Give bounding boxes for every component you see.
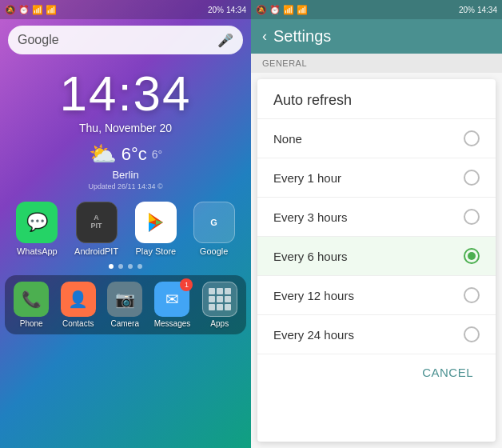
phone-dock-icon[interactable]: 📞 Phone <box>14 282 49 328</box>
bottom-dock: 📞 Phone 👤 Contacts 📷 Camera ✉ 1 Messages <box>5 275 246 334</box>
grid-icon <box>204 283 236 315</box>
google-logo: Google <box>18 33 59 47</box>
apps-label: Apps <box>210 319 229 328</box>
option-1hour-label: Every 1 hour <box>273 171 341 185</box>
option-3hours-label: Every 3 hours <box>273 210 348 224</box>
option-12hours[interactable]: Every 12 hours <box>257 275 496 314</box>
clock-date: Thu, November 20 <box>0 122 251 134</box>
settings-header: ‹ Settings <box>251 19 502 54</box>
app-icons-row: 💬 WhatsApp APIT AndroidPIT Play Store <box>0 190 251 261</box>
dialog-footer: Cancel <box>257 354 496 390</box>
right-alarm-icon: ⏰ <box>269 5 281 15</box>
general-section-label: GENERAL <box>251 54 502 73</box>
cloud-icon: ⛅ <box>89 141 117 167</box>
auto-refresh-dialog: Auto refresh None Every 1 hour Every 3 h… <box>257 79 496 442</box>
settings-screen: 🔕 ⏰ 📶 📶 20% 14:34 ‹ Settings GENERAL Aut… <box>251 0 502 448</box>
temperature-alt: 6° <box>152 148 162 161</box>
time-display: 14:34 <box>226 6 246 14</box>
playstore-svg <box>145 211 167 234</box>
status-bar-right: 20% 14:34 <box>208 6 246 14</box>
dot-2 <box>118 264 123 269</box>
right-battery: 20% <box>459 6 475 14</box>
temperature: 6°c <box>122 144 147 165</box>
weather-updated: Updated 26/11 14:34 © <box>0 182 251 190</box>
option-none[interactable]: None <box>257 118 496 158</box>
right-wifi-icon: 📶 <box>283 5 294 15</box>
androidpit-label: AndroidPIT <box>74 246 118 256</box>
mute-icon: 🔕 <box>5 5 16 15</box>
right-status-bar: 🔕 ⏰ 📶 📶 20% 14:34 <box>251 0 502 19</box>
dialog-title: Auto refresh <box>257 79 496 118</box>
left-status-bar: 🔕 ⏰ 📶 📶 20% 14:34 <box>0 0 251 19</box>
camera-label: Camera <box>110 319 139 328</box>
signal-icon: 📶 <box>46 5 57 15</box>
google-app-icon[interactable]: G Google <box>193 202 235 256</box>
camera-dock-icon[interactable]: 📷 Camera <box>107 282 142 328</box>
messages-label: Messages <box>154 319 191 328</box>
page-dots <box>0 264 251 269</box>
playstore-label: Play Store <box>135 246 176 256</box>
option-1hour[interactable]: Every 1 hour <box>257 158 496 197</box>
option-12hours-radio[interactable] <box>464 287 480 303</box>
option-24hours-radio[interactable] <box>464 326 480 342</box>
androidpit-icon-img: APIT <box>76 202 118 243</box>
right-status-right: 20% 14:34 <box>459 6 497 14</box>
whatsapp-icon-img: 💬 <box>16 202 58 243</box>
contacts-dock-icon[interactable]: 👤 Contacts <box>61 282 96 328</box>
wifi-icon: 📶 <box>32 5 43 15</box>
playstore-icon-img <box>135 202 177 243</box>
messages-badge: 1 <box>180 278 193 291</box>
option-6hours-label: Every 6 hours <box>273 250 348 263</box>
phone-label: Phone <box>20 319 43 328</box>
option-3hours-radio[interactable] <box>464 209 480 225</box>
right-time: 14:34 <box>477 6 497 14</box>
clock-widget: 14:34 Thu, November 20 <box>0 69 251 134</box>
apps-dock-icon[interactable]: Apps <box>202 282 237 328</box>
apps-icon-img <box>202 282 237 317</box>
google-label: Google <box>200 246 228 256</box>
playstore-app-icon[interactable]: Play Store <box>135 202 177 256</box>
whatsapp-label: WhatsApp <box>17 246 58 256</box>
right-signal-icon: 📶 <box>297 5 308 15</box>
dot-4 <box>137 264 142 269</box>
settings-title: Settings <box>273 27 331 46</box>
weather-widget: ⛅ 6°c 6° Berlin Updated 26/11 14:34 © <box>0 141 251 190</box>
option-24hours[interactable]: Every 24 hours <box>257 314 496 354</box>
contacts-label: Contacts <box>62 319 94 328</box>
status-bar-left-icons: 🔕 ⏰ 📶 📶 <box>5 5 57 15</box>
messages-icon-img: ✉ 1 <box>154 282 189 317</box>
home-screen: 🔕 ⏰ 📶 📶 20% 14:34 Google 🎤 14:34 Thu, No… <box>0 0 251 448</box>
androidpit-app-icon[interactable]: APIT AndroidPIT <box>74 202 118 256</box>
option-1hour-radio[interactable] <box>464 170 480 186</box>
option-12hours-label: Every 12 hours <box>273 289 354 302</box>
right-mute-icon: 🔕 <box>256 5 267 15</box>
option-none-label: None <box>273 132 302 146</box>
option-3hours[interactable]: Every 3 hours <box>257 197 496 236</box>
cancel-button[interactable]: Cancel <box>416 362 480 382</box>
google-search-bar[interactable]: Google 🎤 <box>8 26 243 54</box>
dot-3 <box>128 264 133 269</box>
camera-icon-img: 📷 <box>107 282 142 317</box>
google-icon-img: G <box>193 202 235 243</box>
battery-text: 20% <box>208 6 224 14</box>
phone-icon-img: 📞 <box>14 282 49 317</box>
location-label: Berlin <box>0 169 251 181</box>
alarm-icon: ⏰ <box>18 5 30 15</box>
right-status-icons: 🔕 ⏰ 📶 📶 <box>256 5 308 15</box>
weather-row: ⛅ 6°c 6° <box>0 141 251 167</box>
whatsapp-app-icon[interactable]: 💬 WhatsApp <box>16 202 58 256</box>
option-6hours[interactable]: Every 6 hours <box>257 236 496 275</box>
clock-time: 14:34 <box>0 69 251 118</box>
messages-dock-icon[interactable]: ✉ 1 Messages <box>154 282 191 328</box>
mic-icon[interactable]: 🎤 <box>217 33 233 48</box>
option-24hours-label: Every 24 hours <box>273 328 354 342</box>
option-none-radio[interactable] <box>464 130 480 146</box>
back-button[interactable]: ‹ <box>262 28 267 45</box>
contacts-icon-img: 👤 <box>61 282 96 317</box>
option-6hours-radio[interactable] <box>464 248 480 264</box>
dot-1 <box>109 264 114 269</box>
